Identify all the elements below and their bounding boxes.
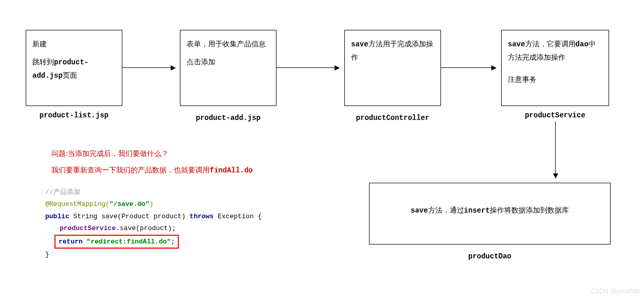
box-text: 表单，用于收集产品信息 [187,38,270,50]
box-product-list: 新建 跳转到product-add.jsp页面 [26,30,122,106]
arrow-icon [441,67,496,68]
box-product-add: 表单，用于收集产品信息 点击添加 [180,30,277,106]
code-snippet: //产品添加 @RequestMapping("/save.do") publi… [45,186,262,260]
box-text: 跳转到product-add.jsp页面 [32,56,116,82]
code-line: } [45,249,262,260]
box-text: save方法，它要调用dao中方法完成添加操作 [508,38,602,64]
box-text: 新建 [32,38,116,50]
code-return-highlight: return "redirect:findAll.do"; [54,235,179,249]
box-product-service: save方法，它要调用dao中方法完成添加操作 注意事务 [501,30,609,106]
code-line: @RequestMapping("/save.do") [45,198,262,210]
label-product-controller: productController [344,114,441,122]
box-product-controller: save方法用于完成添加操作 [344,30,441,106]
box-text: 点击添加 [187,56,270,68]
box-text: 注意事务 [508,73,602,86]
label-product-dao: productDao [369,252,611,260]
box-product-dao: save方法，通过insert操作将数据添加到数据库 [369,183,611,244]
label-product-list: product-list.jsp [26,111,122,119]
note-question: 问题:当添加完成后，我们要做什么？ [51,148,169,160]
code-line: public String save(Product product) thro… [45,211,262,222]
code-comment: //产品添加 [45,186,262,198]
note-answer: 我们要重新查询一下我们的产品数据，也就要调用findAll.do [51,165,253,176]
box-text: save方法，通过insert操作将数据添加到数据库 [376,204,604,217]
label-product-service: productService [501,111,609,119]
arrow-icon [122,67,175,68]
watermark: CSDN @you4580 [591,288,640,295]
arrow-icon [277,67,339,68]
arrow-down-icon [555,121,556,178]
code-line: productService.save(product); [60,222,262,234]
box-text: save方法用于完成添加操作 [351,38,434,64]
label-product-add: product-add.jsp [180,114,277,122]
